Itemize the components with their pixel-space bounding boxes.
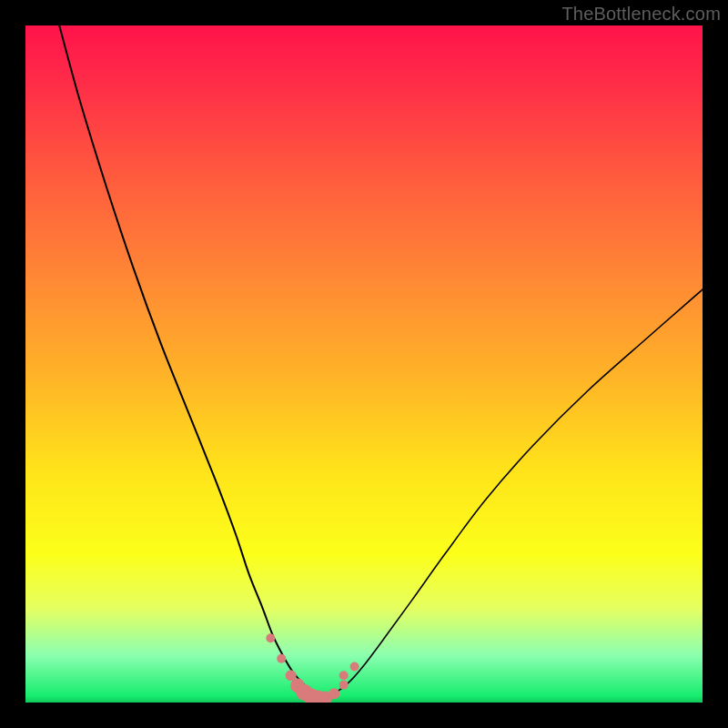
left-curve bbox=[59, 25, 323, 697]
svg-point-11 bbox=[350, 662, 359, 672]
plot-area bbox=[25, 25, 703, 703]
curve-layer bbox=[25, 25, 703, 703]
svg-point-0 bbox=[266, 633, 275, 642]
svg-point-1 bbox=[277, 654, 286, 663]
right-curve bbox=[323, 289, 703, 697]
watermark-text: TheBottleneck.com bbox=[561, 4, 721, 25]
svg-point-8 bbox=[329, 688, 339, 699]
chart-frame: TheBottleneck.com bbox=[0, 0, 728, 728]
svg-point-10 bbox=[339, 671, 349, 680]
svg-point-9 bbox=[339, 681, 349, 690]
bottom-markers bbox=[266, 633, 359, 703]
